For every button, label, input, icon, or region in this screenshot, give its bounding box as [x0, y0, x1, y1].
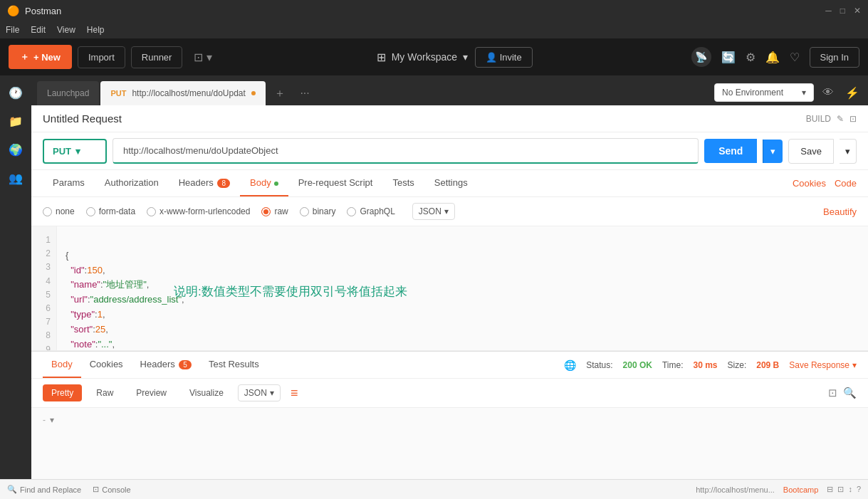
edit-icon[interactable]: ✎	[837, 114, 844, 124]
sync-icon[interactable]: 🔄	[721, 51, 736, 64]
status-icon-2[interactable]: ⊡	[837, 485, 844, 494]
runner-button[interactable]: Runner	[131, 46, 183, 68]
resp-expand-arrow[interactable]: ▾	[50, 415, 54, 472]
beautify-button[interactable]: Beautify	[823, 206, 857, 217]
code-link[interactable]: Code	[835, 178, 857, 189]
tab-launchpad[interactable]: Launchpad	[37, 81, 99, 105]
body-type-formdata[interactable]: form-data	[86, 206, 135, 216]
menu-view[interactable]: View	[57, 25, 75, 35]
req-tab-authorization[interactable]: Authorization	[95, 170, 169, 196]
body-type-none[interactable]: none	[43, 206, 75, 216]
window-controls[interactable]: ─ □ ✕	[825, 6, 861, 16]
env-eye-button[interactable]: 👁	[818, 83, 838, 103]
maximize-button[interactable]: □	[840, 6, 845, 16]
send-button[interactable]: Send	[704, 139, 757, 163]
resp-visualize-button[interactable]: Visualize	[181, 384, 232, 401]
urlencoded-label: x-www-form-urlencoded	[160, 206, 250, 216]
req-tab-body[interactable]: Body	[240, 170, 288, 196]
sidebar-collections-icon[interactable]: 📁	[4, 110, 27, 132]
sidebar-environments-icon[interactable]: 🌍	[4, 138, 27, 161]
close-button[interactable]: ✕	[854, 6, 861, 16]
environment-selector[interactable]: No Environment ▾	[714, 83, 814, 102]
body-type-urlencoded[interactable]: x-www-form-urlencoded	[147, 206, 250, 216]
radio-formdata[interactable]	[86, 207, 95, 216]
sidebar-history-icon[interactable]: 🕐	[4, 81, 27, 104]
body-dot	[274, 182, 278, 186]
resp-copy-icon[interactable]: ⊡	[828, 387, 837, 399]
body-type-raw[interactable]: raw	[261, 206, 288, 216]
status-icon-4[interactable]: ?	[857, 485, 861, 494]
tab-add-button[interactable]: ＋	[267, 81, 293, 105]
req-tab-headers[interactable]: Headers 8	[169, 170, 240, 196]
url-input[interactable]	[113, 138, 699, 164]
resp-pretty-button[interactable]: Pretty	[43, 384, 82, 401]
settings-icon[interactable]: ⚙	[746, 51, 755, 64]
resp-raw-button[interactable]: Raw	[88, 384, 122, 401]
minimize-button[interactable]: ─	[825, 6, 832, 16]
copy-icon[interactable]: ⊡	[849, 114, 857, 124]
tab-more-button[interactable]: ···	[293, 81, 316, 105]
line-numbers: 1 2 3 4 5 6 7 8 9 10	[31, 226, 57, 350]
resp-tab-body[interactable]: Body	[43, 352, 81, 378]
radio-binary[interactable]	[300, 207, 309, 216]
resp-preview-button[interactable]: Preview	[127, 384, 175, 401]
capture-button[interactable]: ⊡ ▾	[188, 48, 217, 67]
status-icon-1[interactable]: ⊟	[827, 485, 833, 494]
code-editor[interactable]: 1 2 3 4 5 6 7 8 9 10 { "id":150, "name":…	[31, 226, 868, 351]
heart-icon[interactable]: ♡	[790, 51, 800, 64]
send-dropdown-button[interactable]: ▾	[763, 140, 783, 163]
resp-tab-cookies[interactable]: Cookies	[81, 352, 132, 378]
req-tab-params[interactable]: Params	[43, 170, 95, 196]
radio-none[interactable]	[43, 207, 52, 216]
save-button[interactable]: Save	[788, 139, 834, 164]
line-num-7: 7	[37, 315, 51, 329]
radio-urlencoded[interactable]	[147, 207, 156, 216]
radio-raw[interactable]	[261, 207, 271, 216]
resp-tab-testresults[interactable]: Test Results	[200, 352, 268, 378]
resp-wrap-icon[interactable]: ≡	[291, 386, 298, 401]
body-type-graphql[interactable]: GraphQL	[347, 206, 394, 216]
invite-button[interactable]: 👤 Invite	[475, 47, 533, 68]
menu-edit[interactable]: Edit	[31, 25, 46, 35]
req-tab-prerequest[interactable]: Pre-request Script	[288, 170, 383, 196]
cookies-link[interactable]: Cookies	[793, 178, 826, 189]
sidebar-icons: 🕐 📁 🌍 👥	[0, 75, 31, 479]
find-replace-button[interactable]: 🔍 Find and Replace	[7, 485, 81, 494]
tab-launchpad-label: Launchpad	[47, 88, 89, 98]
app-logo: 🟠	[7, 5, 19, 16]
json-format-select[interactable]: JSON ▾	[412, 203, 455, 220]
body-type-binary[interactable]: binary	[300, 206, 336, 216]
save-dropdown-button[interactable]: ▾	[840, 139, 857, 164]
resp-search-icon[interactable]: 🔍	[843, 387, 857, 399]
sidebar-team-icon[interactable]: 👥	[4, 167, 27, 189]
bootcamp-button[interactable]: Bootcamp	[783, 485, 819, 494]
main-toolbar: ＋ + New Import Runner ⊡ ▾ ⊞ My Workspace…	[0, 38, 868, 75]
main-area: 🕐 📁 🌍 👥 Launchpad PUT http://localhost/m…	[0, 75, 868, 479]
save-response-button[interactable]: Save Response ▾	[789, 360, 857, 370]
status-bar-right: http://localhost/menu... Bootcamp ⊟ ⊡ ↕ …	[696, 485, 861, 494]
req-tab-tests[interactable]: Tests	[382, 170, 424, 196]
satellite-icon[interactable]: 📡	[691, 47, 711, 67]
new-button[interactable]: ＋ + New	[9, 45, 72, 69]
radio-graphql[interactable]	[347, 207, 356, 216]
method-select[interactable]: PUT ▾	[43, 139, 107, 164]
env-settings-button[interactable]: ⚡	[842, 83, 862, 103]
menu-file[interactable]: File	[6, 25, 19, 35]
tab-method: PUT	[110, 89, 126, 98]
signin-button[interactable]: Sign In	[810, 47, 859, 68]
tab-request[interactable]: PUT http://localhost/menu/doUpdat...	[100, 81, 266, 105]
workspace-label: My Workspace	[392, 51, 457, 63]
request-name: Untitled Request	[43, 112, 122, 125]
req-tab-settings[interactable]: Settings	[424, 170, 478, 196]
resp-tab-headers[interactable]: Headers 5	[132, 352, 200, 378]
workspace-button[interactable]: ⊞ My Workspace ▾	[377, 51, 468, 64]
import-button[interactable]: Import	[78, 46, 125, 68]
status-icon-3[interactable]: ↕	[848, 485, 852, 494]
json-chevron: ▾	[444, 206, 449, 216]
bell-icon[interactable]: 🔔	[765, 51, 780, 64]
tab-url: http://localhost/menu/doUpdat...	[132, 88, 246, 98]
console-button[interactable]: ⊡ Console	[93, 485, 130, 494]
resp-json-select[interactable]: JSON ▾	[238, 384, 281, 401]
menu-help[interactable]: Help	[87, 25, 105, 35]
code-body[interactable]: { "id":150, "name":"地址管理", "url":"addres…	[57, 226, 868, 350]
